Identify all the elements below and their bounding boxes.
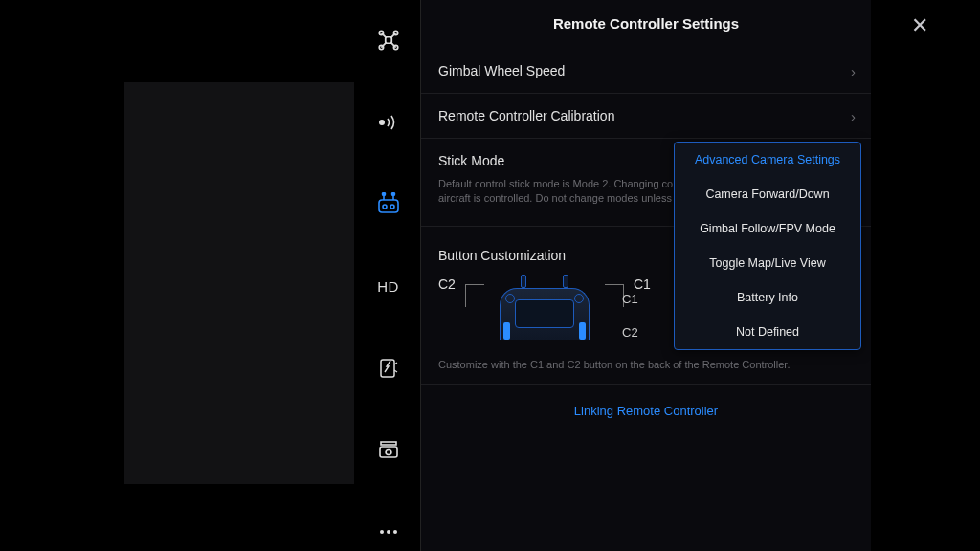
customization-hint: Customize with the C1 and C2 button on t…: [421, 349, 871, 370]
lead-line: [605, 284, 624, 307]
battery-icon: [377, 357, 400, 380]
svg-point-18: [387, 530, 390, 534]
popup-item-gimbal-follow-fpv[interactable]: Gimbal Follow/FPV Mode: [675, 211, 860, 246]
c2-diagram-label: C2: [438, 275, 456, 292]
row-label: Stick Mode: [438, 153, 504, 168]
svg-point-19: [393, 530, 397, 534]
signal-icon: [377, 113, 400, 132]
drone-icon: [376, 28, 401, 53]
button-action-popup: Advanced Camera Settings Camera Forward/…: [674, 142, 861, 350]
svg-point-11: [383, 205, 387, 209]
rc-illustration: [494, 275, 595, 340]
svg-point-17: [380, 530, 384, 534]
rc-icon: [376, 192, 401, 215]
nav-gimbal[interactable]: [368, 431, 410, 470]
popup-item-not-defined[interactable]: Not Defined: [675, 315, 860, 349]
panel-title: Remote Controller Settings: [421, 15, 871, 32]
camera-gimbal-icon: [377, 440, 400, 459]
c1-assignment-row[interactable]: C1: [622, 282, 638, 316]
nav-more[interactable]: [368, 513, 410, 551]
chevron-right-icon: ›: [851, 108, 856, 124]
chevron-right-icon: ›: [851, 63, 856, 79]
c2-assignment-row[interactable]: C2: [622, 316, 638, 349]
close-button[interactable]: ✕: [911, 13, 928, 38]
row-gimbal-wheel-speed[interactable]: Gimbal Wheel Speed ›: [421, 49, 871, 94]
svg-point-5: [379, 120, 385, 125]
nav-sensors[interactable]: [368, 103, 410, 142]
svg-point-12: [390, 205, 394, 209]
linking-rc-button[interactable]: Linking Remote Controller: [421, 384, 871, 431]
camera-preview: [124, 82, 354, 484]
svg-rect-14: [381, 442, 396, 445]
lead-line: [465, 284, 484, 307]
button-assignment-list: C1 C2: [622, 282, 638, 349]
hd-icon: HD: [377, 278, 399, 295]
popup-item-advanced-camera[interactable]: Advanced Camera Settings: [675, 143, 860, 177]
svg-point-16: [386, 450, 391, 455]
rc-settings-panel: Remote Controller Settings ✕ Gimbal Whee…: [421, 0, 871, 551]
svg-rect-6: [379, 200, 398, 212]
svg-point-8: [382, 193, 385, 196]
nav-battery[interactable]: [368, 349, 410, 387]
svg-rect-15: [380, 447, 397, 457]
popup-item-camera-forward-down[interactable]: Camera Forward/Down: [675, 177, 860, 211]
row-label: Gimbal Wheel Speed: [438, 63, 565, 78]
nav-remote-controller[interactable]: [368, 185, 410, 223]
more-icon: [377, 528, 400, 536]
nav-aircraft[interactable]: [368, 21, 410, 59]
panel-header: Remote Controller Settings ✕: [421, 8, 871, 49]
row-label: Remote Controller Calibration: [438, 108, 614, 123]
settings-category-nav: HD: [356, 0, 421, 551]
row-rc-calibration[interactable]: Remote Controller Calibration ›: [421, 94, 871, 139]
nav-video-transmission[interactable]: HD: [368, 267, 410, 305]
popup-item-battery-info[interactable]: Battery Info: [675, 280, 860, 315]
popup-item-toggle-map-live[interactable]: Toggle Map/Live View: [675, 246, 860, 280]
svg-point-10: [391, 193, 394, 196]
